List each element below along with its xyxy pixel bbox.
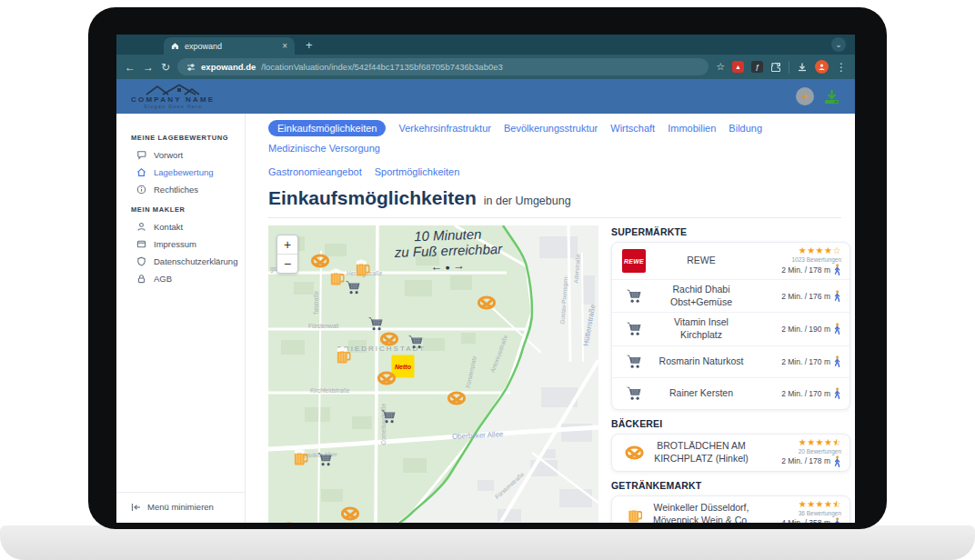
results-panel: SUPERMÄRKTEREWEREWE★★★★☆1023 Bewertungen…: [611, 225, 850, 523]
browser-tab[interactable]: expowand ×: [164, 37, 295, 55]
tab-sportmöglichkeiten[interactable]: Sportmöglichkeiten: [375, 166, 460, 177]
collapse-menu-button[interactable]: Menü minimieren: [116, 492, 245, 512]
info-icon: [136, 185, 146, 195]
map-marker-pretzel-icon[interactable]: [447, 391, 467, 405]
place-name: Vitamin Insel Kirchplatz: [653, 316, 749, 341]
map-marker-pretzel-icon[interactable]: [377, 371, 397, 385]
tab-search-chevron-icon[interactable]: ⌄: [831, 37, 846, 52]
browser-menu-icon[interactable]: ⋮: [836, 62, 847, 73]
map-zoom-out-button[interactable]: −: [277, 254, 297, 273]
sidebar-item-impressum[interactable]: Impressum: [116, 235, 245, 253]
place-row[interactable]: Weinkeller Düsseldorf, Mövenpick Wein & …: [612, 496, 849, 523]
map-marker-pretzel-icon[interactable]: [341, 506, 360, 521]
profile-avatar-icon[interactable]: [815, 60, 829, 74]
fx-extension-icon[interactable]: ƒ: [751, 61, 763, 73]
person-icon: [136, 222, 146, 232]
panel-card: REWEREWE★★★★☆1023 Bewertungen2 Min. / 17…: [611, 242, 850, 410]
home-icon: [136, 167, 146, 177]
distance-text: 4 Min. / 358 m: [781, 518, 830, 523]
download-report-icon[interactable]: [823, 89, 840, 105]
extensions-puzzle-icon[interactable]: [770, 62, 781, 73]
rating-stars: ★★★★★☆: [799, 500, 841, 509]
distance-text: 2 Min. / 170 m: [781, 357, 830, 366]
reload-button[interactable]: ↻: [161, 62, 170, 73]
map-marker-beer-icon[interactable]: [329, 268, 345, 286]
page-subtitle: in der Umgebung: [484, 195, 571, 207]
tab-gastronomieangebot[interactable]: Gastronomieangebot: [268, 166, 362, 177]
lock-icon: [136, 274, 146, 284]
sidebar-item-agb[interactable]: AGB: [116, 270, 245, 287]
sidebar-item-datenschutzerkl-rung[interactable]: Datenschutzerklärung: [116, 253, 245, 270]
tab-wirtschaft[interactable]: Wirtschaft: [610, 123, 655, 134]
panel-card: BROTLÄDCHEN AM KIRCHPLATZ (Hinkel)★★★★★☆…: [611, 434, 850, 472]
distance-text: 2 Min. / 170 m: [781, 389, 830, 398]
map-marker-pretzel-icon[interactable]: [477, 295, 497, 310]
back-button[interactable]: ←: [125, 62, 136, 73]
browser-toolbar: ← → ↻ expowand.de /locationValuation/ind…: [116, 55, 855, 79]
theme-toggle-sun-icon[interactable]: ☀: [796, 87, 814, 105]
collapse-label: Menü minimieren: [147, 502, 214, 512]
sidebar-item-rechtliches[interactable]: Rechtliches: [116, 181, 245, 198]
pdf-extension-icon[interactable]: ▲: [732, 61, 744, 73]
toolbar-divider: [789, 61, 789, 74]
place-row[interactable]: Rachid Dhabi Obst+Gemüse2 Min. / 176 m: [612, 280, 849, 313]
pretzel-icon: [620, 445, 648, 460]
map-marker-cart-icon[interactable]: [407, 335, 424, 350]
place-row[interactable]: Rosmarin Naturkost2 Min. / 170 m: [612, 346, 849, 378]
tab-einkaufsmöglichkeiten[interactable]: Einkaufsmöglichkeiten: [268, 120, 386, 136]
place-name: Rosmarin Naturkost: [653, 355, 749, 368]
map-zoom-control: + −: [276, 235, 298, 274]
tab-bildung[interactable]: Bildung: [729, 123, 762, 134]
sidebar-item-label: AGB: [154, 274, 172, 284]
site-settings-icon[interactable]: [186, 63, 196, 72]
sidebar-item-lagebewertung[interactable]: Lagebewertung: [116, 164, 245, 181]
tab-immobilien[interactable]: Immobilien: [668, 123, 716, 134]
place-meta: 2 Min. / 170 m: [755, 387, 841, 399]
map-marker-cart-icon[interactable]: [367, 316, 384, 332]
place-row[interactable]: Vitamin Insel Kirchplatz2 Min. / 190 m: [612, 313, 849, 345]
shield-icon: [136, 256, 146, 266]
browser-tabstrip: expowand × + ⌄: [116, 35, 855, 55]
place-meta: 2 Min. / 176 m: [755, 290, 841, 302]
map-marker-cart-icon[interactable]: [380, 409, 397, 425]
new-tab-button[interactable]: +: [306, 38, 313, 52]
tab-verkehrsinfrastruktur[interactable]: Verkehrsinfrastruktur: [398, 123, 490, 134]
place-row[interactable]: REWEREWE★★★★☆1023 Bewertungen2 Min. / 17…: [612, 243, 849, 280]
place-row[interactable]: BROTLÄDCHEN AM KIRCHPLATZ (Hinkel)★★★★★☆…: [612, 435, 849, 471]
sidebar-item-label: Vorwort: [154, 150, 183, 160]
tab-bevölkerungsstruktur[interactable]: Bevölkerungsstruktur: [504, 123, 598, 134]
panel-section-title: BÄCKEREI: [611, 418, 850, 429]
map-marker-pretzel-icon[interactable]: [380, 332, 399, 346]
sidebar-item-vorwort[interactable]: Vorwort: [116, 146, 245, 164]
place-row[interactable]: Rainer Kersten2 Min. / 170 m: [612, 378, 849, 409]
cart-icon: [620, 321, 648, 336]
map-marker-beer-icon[interactable]: [355, 259, 370, 277]
map-marker-pretzel-icon[interactable]: [280, 522, 299, 523]
walking-person-icon: [833, 517, 841, 523]
cart-icon: [620, 354, 648, 369]
browser-window: expowand × + ⌄ ← → ↻ expowand.de /locati…: [116, 35, 855, 523]
netto-label: Netto: [395, 364, 411, 370]
place-name: Rachid Dhabi Obst+Gemüse: [653, 284, 749, 308]
company-logo[interactable]: COMPANY NAME Slogan Goes Here: [131, 84, 215, 110]
downloads-icon[interactable]: [797, 62, 808, 73]
map-marker-cart-icon[interactable]: [345, 280, 361, 295]
map-marker-beer-icon[interactable]: [336, 346, 351, 365]
map-marker-pretzel-icon[interactable]: [311, 254, 330, 268]
sidebar-item-kontakt[interactable]: Kontakt: [116, 218, 245, 235]
map-marker-cart-icon[interactable]: [317, 452, 333, 467]
url-path: /locationValuation/index/542f44bc17135bf…: [261, 62, 503, 72]
tab-medizinische-versorgung[interactable]: Medizinische Versorgung: [268, 143, 380, 154]
walk-time-annotation: 10 Minuten zu Fuß erreichbar ←●→: [369, 225, 528, 275]
rooftops-icon: [145, 84, 201, 95]
map-zoom-in-button[interactable]: +: [277, 235, 297, 254]
url-bar[interactable]: expowand.de /locationValuation/index/542…: [177, 58, 709, 75]
map[interactable]: + − 10 Minuten zu Fuß erreichbar ←●→ gst…: [268, 225, 598, 523]
tab-close-icon[interactable]: ×: [282, 42, 287, 51]
map-marker-beer-icon[interactable]: [293, 448, 308, 466]
walking-person-icon: [833, 455, 841, 467]
forward-button[interactable]: →: [143, 62, 154, 73]
bookmark-star-icon[interactable]: ☆: [716, 62, 725, 72]
walking-person-icon: [833, 264, 841, 275]
url-host: expowand.de: [201, 62, 256, 72]
